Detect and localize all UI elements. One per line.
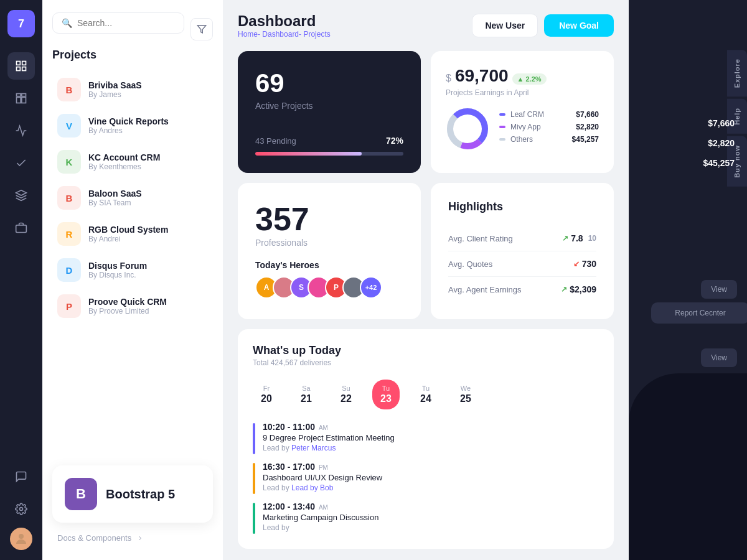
nav-icon-chat[interactable] xyxy=(7,463,35,490)
pending-count: 43 Pending xyxy=(255,136,296,146)
bootstrap-card: B Bootstrap 5 xyxy=(52,465,213,523)
progress-bar-fill xyxy=(255,152,362,156)
event-lead-link[interactable]: Peter Marcus xyxy=(291,444,336,452)
professionals-number: 357 xyxy=(255,200,403,238)
svg-rect-3 xyxy=(22,67,26,71)
project-item[interactable]: V Vine Quick Reports By Andres xyxy=(52,108,213,144)
project-name: Baloon SaaS xyxy=(88,189,142,198)
earnings-right: $7,660 $2,820 $45,257 xyxy=(703,118,735,168)
project-by: By Keenthemes xyxy=(88,162,160,171)
project-name: Disqus Forum xyxy=(88,261,147,271)
user-number-badge[interactable]: 7 xyxy=(7,10,35,37)
svg-rect-0 xyxy=(17,62,21,65)
nav-icon-check[interactable] xyxy=(7,149,35,177)
project-item[interactable]: R RGB Cloud System By Andrei xyxy=(52,216,213,252)
project-name: Briviba SaaS xyxy=(88,80,142,90)
calendar-day[interactable]: Tu 24 xyxy=(412,380,439,409)
active-projects-card: 69 Active Projects 43 Pending 72% xyxy=(238,51,421,173)
earnings-label: Projects Earnings in April xyxy=(446,88,599,97)
svg-rect-7 xyxy=(22,97,26,103)
highlights-rows: Avg. Client Rating ↗ 7.810 Avg. Quotes ↙… xyxy=(448,226,596,302)
highlight-value: ↙ 730 xyxy=(573,259,596,269)
calendar-header: What's up Today Total 424,567 deliveries xyxy=(253,344,599,367)
svg-rect-2 xyxy=(17,67,21,71)
main-content: Dashboard Home- Dashboard- Projects New … xyxy=(223,0,629,560)
event-bar xyxy=(253,503,255,534)
svg-rect-9 xyxy=(16,225,27,233)
filter-button[interactable] xyxy=(190,18,213,40)
stats-row: 357 Professionals Today's Heroes ASP+42 … xyxy=(238,183,614,319)
calendar-day[interactable]: Su 22 xyxy=(332,380,360,409)
svg-rect-6 xyxy=(17,97,21,103)
event-time: 16:30 - 17:00 PM xyxy=(263,462,382,472)
search-row: 🔍 xyxy=(52,12,213,46)
calendar-day[interactable]: We 25 xyxy=(452,380,479,409)
highlight-row: Avg. Agent Earnings ↗ $2,309 xyxy=(448,277,596,302)
search-input[interactable] xyxy=(77,18,175,28)
legend-dot xyxy=(499,113,505,116)
project-by: By Andres xyxy=(88,126,169,135)
progress-bar-wrap xyxy=(255,152,403,156)
project-by: By Andrei xyxy=(88,235,168,243)
cal-day-name: Fr xyxy=(259,385,274,392)
user-avatar[interactable] xyxy=(10,528,32,550)
event-item: 10:20 - 11:00 AM 9 Degree Project Estima… xyxy=(253,422,599,454)
event-time: 10:20 - 11:00 AM xyxy=(263,422,395,432)
legend-amount: $2,820 xyxy=(576,123,599,131)
nav-icon-layers[interactable] xyxy=(7,182,35,209)
calendar-day[interactable]: Sa 21 xyxy=(293,380,320,409)
nav-icon-grid[interactable] xyxy=(7,85,35,112)
project-item[interactable]: P Proove Quick CRM By Proove Limited xyxy=(52,288,213,324)
search-bar: 🔍 xyxy=(52,12,184,34)
event-name: Dashboard UI/UX Design Review xyxy=(263,473,382,482)
project-item[interactable]: D Disqus Forum By Disqus Inc. xyxy=(52,252,213,288)
nav-icon-dashboard[interactable] xyxy=(7,52,35,80)
professionals-card: 357 Professionals Today's Heroes ASP+42 xyxy=(238,183,421,319)
trend-icon: ↗ xyxy=(562,234,568,243)
calendar-day[interactable]: Tu 23 xyxy=(372,380,400,409)
cal-day-num: 22 xyxy=(339,393,354,404)
event-list: 10:20 - 11:00 AM 9 Degree Project Estima… xyxy=(253,422,599,534)
earnings-card: $ 69,700 ▲ 2.2% Projects Earnings in Apr… xyxy=(431,51,614,173)
nav-icon-briefcase[interactable] xyxy=(7,214,35,241)
explore-tab[interactable]: Explore xyxy=(727,50,747,96)
legend-name: Leaf CRM xyxy=(510,110,544,119)
event-bar xyxy=(253,423,255,454)
project-by: By Disqus Inc. xyxy=(88,271,147,279)
left-nav: 7 xyxy=(0,0,42,560)
cal-day-num: 21 xyxy=(299,393,314,404)
cal-day-name: We xyxy=(458,385,473,392)
project-icon-disqus: D xyxy=(57,258,81,282)
cal-day-num: 25 xyxy=(458,393,473,404)
main-wrapper: Dashboard Home- Dashboard- Projects New … xyxy=(223,0,747,560)
view-button-2[interactable]: View xyxy=(701,348,737,367)
project-item[interactable]: K KC Account CRM By Keenthemes xyxy=(52,144,213,180)
legend-dot xyxy=(499,126,505,128)
title-block: Dashboard Home- Dashboard- Projects xyxy=(238,12,331,39)
legend-item: Leaf CRM $7,660 xyxy=(499,110,599,119)
earnings-chart-row: Leaf CRM $7,660 Mivy App $2,820 Others $… xyxy=(446,107,599,151)
project-name: RGB Cloud System xyxy=(88,225,168,235)
highlight-label: Avg. Quotes xyxy=(448,259,492,269)
cards-row: 69 Active Projects 43 Pending 72% $ 69,7… xyxy=(238,51,614,173)
calendar-day[interactable]: Fr 20 xyxy=(253,380,280,409)
calendar-section: What's up Today Total 424,567 deliveries… xyxy=(238,329,614,549)
project-by: By James xyxy=(88,90,142,99)
new-goal-button[interactable]: New Goal xyxy=(544,14,614,37)
project-icon-baloon: B xyxy=(57,186,81,210)
project-item[interactable]: B Briviba SaaS By James xyxy=(52,72,213,108)
nav-icon-settings[interactable] xyxy=(7,495,35,523)
event-lead-link[interactable]: Lead by Bob xyxy=(291,483,333,492)
view-button-1[interactable]: View xyxy=(701,280,737,299)
docs-bar[interactable]: Docs & Components xyxy=(52,528,213,548)
trend-icon: ↙ xyxy=(573,259,580,268)
bootstrap-icon: B xyxy=(65,478,97,510)
donut-chart xyxy=(446,107,489,151)
cal-day-name: Tu xyxy=(378,385,393,392)
highlight-label: Avg. Agent Earnings xyxy=(448,285,522,294)
nav-icon-chart[interactable] xyxy=(7,117,35,144)
legend-item: Others $45,257 xyxy=(499,135,599,144)
professionals-label: Professionals xyxy=(255,238,403,248)
new-user-button[interactable]: New User xyxy=(472,14,538,37)
project-item[interactable]: B Baloon SaaS By SIA Team xyxy=(52,180,213,216)
